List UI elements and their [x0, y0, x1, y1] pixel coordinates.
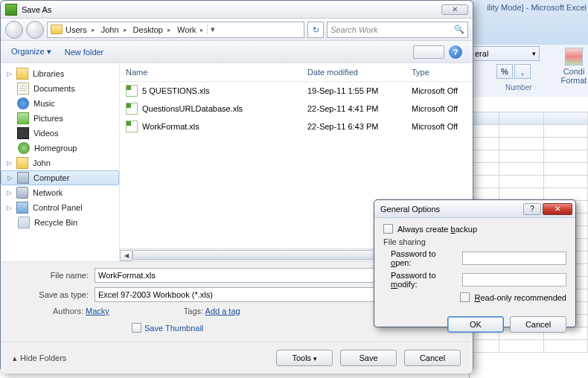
tree-libraries[interactable]: ▷Libraries: [1, 66, 119, 81]
chevron-down-icon: ▾: [532, 50, 536, 57]
pictures-icon: [17, 112, 29, 124]
save-button[interactable]: Save: [340, 350, 397, 366]
crumb[interactable]: Users: [63, 25, 98, 34]
chevron-up-icon: ▴: [13, 353, 17, 363]
dialog-title: Save As: [22, 5, 51, 14]
music-icon: [17, 97, 29, 109]
help-icon[interactable]: ?: [449, 45, 462, 59]
password-modify-label: Password to modify:: [391, 271, 458, 289]
column-header[interactable]: [499, 112, 544, 125]
column-header[interactable]: [470, 112, 499, 125]
tree-user[interactable]: ▷John: [1, 156, 119, 170]
recycle-bin-icon: [18, 217, 30, 228]
ok-button[interactable]: OK: [447, 316, 504, 333]
column-header[interactable]: [543, 112, 588, 125]
tree-network[interactable]: ▷Network: [1, 185, 119, 200]
tree-documents[interactable]: Documents: [1, 81, 119, 96]
chevron-down-icon: ▾: [47, 47, 51, 56]
col-type[interactable]: Type: [406, 63, 473, 81]
list-header: Name Date modified Type: [120, 63, 473, 82]
tree-computer[interactable]: ▷Computer: [1, 170, 119, 185]
network-icon: [16, 187, 28, 199]
ribbon-group-label: Number: [505, 83, 532, 92]
cell[interactable]: [470, 125, 499, 138]
libraries-icon: [16, 68, 28, 80]
authors-value[interactable]: Macky: [86, 307, 109, 315]
nav-tree: ▷Libraries Documents Music Pictures Vide…: [1, 63, 120, 261]
xls-icon: [126, 121, 138, 132]
view-options[interactable]: [413, 45, 444, 59]
tree-recycle-bin[interactable]: Recycle Bin: [1, 215, 119, 230]
refresh-button[interactable]: ↻: [307, 22, 324, 38]
hide-folders-button[interactable]: ▴Hide Folders: [13, 353, 66, 363]
organize-menu[interactable]: Organize ▾: [11, 47, 51, 57]
password-open-input[interactable]: [462, 252, 566, 265]
tree-control-panel[interactable]: ▷Control Panel: [1, 200, 119, 215]
scroll-left-icon[interactable]: ◀: [120, 250, 132, 261]
excel-title: ility Mode] - Microsoft Excel: [487, 3, 587, 12]
crumb[interactable]: John: [98, 25, 130, 34]
save-thumbnail-checkbox[interactable]: [132, 323, 141, 333]
crumb[interactable]: Desktop: [130, 25, 174, 34]
control-panel-icon: [16, 202, 28, 214]
address-bar-row: Users John Desktop Work ▾ ↻ Search Work🔍: [1, 19, 473, 41]
tags-label: Tags:: [184, 307, 203, 315]
readonly-checkbox[interactable]: [460, 292, 470, 302]
excel-icon: [5, 4, 17, 16]
close-button[interactable]: ✕: [543, 203, 572, 215]
comma-button[interactable]: ,: [514, 64, 531, 79]
always-backup-checkbox[interactable]: [383, 224, 393, 234]
number-format-dropdown[interactable]: eral▾: [471, 46, 540, 61]
chevron-down-icon[interactable]: ▾: [207, 25, 217, 34]
authors-label: Authors:: [53, 307, 83, 315]
cancel-button[interactable]: Cancel: [510, 316, 566, 333]
savetype-label: Save as type:: [13, 290, 95, 299]
col-date[interactable]: Date modified: [301, 63, 406, 81]
user-icon: [16, 157, 28, 169]
dialog-footer: ▴Hide Folders Tools Save Cancel: [1, 342, 473, 374]
documents-icon: [17, 83, 29, 94]
tree-videos[interactable]: Videos: [1, 126, 119, 141]
videos-icon: [17, 127, 29, 139]
cancel-button[interactable]: Cancel: [404, 350, 461, 366]
folder-icon: [51, 25, 63, 34]
computer-icon: [17, 172, 29, 184]
list-item[interactable]: 5 QUESTIONS.xls 19-Sep-11 1:55 PM Micros…: [120, 82, 473, 100]
back-button[interactable]: [5, 21, 23, 39]
forward-button[interactable]: [26, 21, 44, 39]
breadcrumb[interactable]: Users John Desktop Work ▾: [47, 22, 304, 38]
conditional-formatting-icon: [565, 48, 583, 65]
xls-icon: [126, 103, 138, 115]
new-folder-button[interactable]: New folder: [65, 48, 104, 57]
tools-menu[interactable]: Tools: [276, 350, 333, 366]
tree-music[interactable]: Music: [1, 96, 119, 111]
close-button[interactable]: ✕: [441, 4, 468, 15]
search-icon: 🔍: [454, 25, 464, 34]
dialog-title: General Options: [380, 205, 440, 214]
conditional-formatting-button[interactable]: CondiFormat: [560, 48, 587, 82]
crumb[interactable]: Work: [174, 25, 207, 34]
general-options-dialog: General Options ? ✕ Always create backup…: [374, 199, 576, 327]
tree-pictures[interactable]: Pictures: [1, 111, 119, 126]
readonly-label: Read-only recommended: [474, 293, 566, 302]
save-thumbnail-label: Save Thumbnail: [144, 324, 203, 333]
file-sharing-label: File sharing: [383, 237, 566, 246]
titlebar[interactable]: General Options ? ✕: [374, 200, 575, 218]
homegroup-icon: [18, 142, 30, 154]
toolbar: Organize ▾ New folder ?: [1, 41, 473, 63]
xls-icon: [126, 85, 138, 97]
tree-homegroup[interactable]: Homegroup: [1, 141, 119, 156]
filename-label: File name:: [13, 271, 95, 280]
search-input[interactable]: Search Work🔍: [327, 22, 468, 38]
percent-button[interactable]: %: [496, 64, 513, 79]
password-modify-input[interactable]: [462, 273, 566, 286]
list-item[interactable]: WorkFormat.xls 22-Sep-11 6:43 PM Microso…: [120, 118, 473, 135]
col-name[interactable]: Name: [120, 63, 301, 81]
list-item[interactable]: QuestionsURLDatabase.xls 22-Sep-11 4:41 …: [120, 100, 473, 118]
always-backup-label: Always create backup: [397, 225, 477, 234]
password-open-label: Password to open:: [391, 249, 458, 267]
help-button[interactable]: ?: [523, 203, 541, 215]
scrollbar-thumb[interactable]: [132, 250, 386, 260]
titlebar[interactable]: Save As ✕: [1, 1, 473, 19]
tags-value[interactable]: Add a tag: [205, 307, 240, 315]
